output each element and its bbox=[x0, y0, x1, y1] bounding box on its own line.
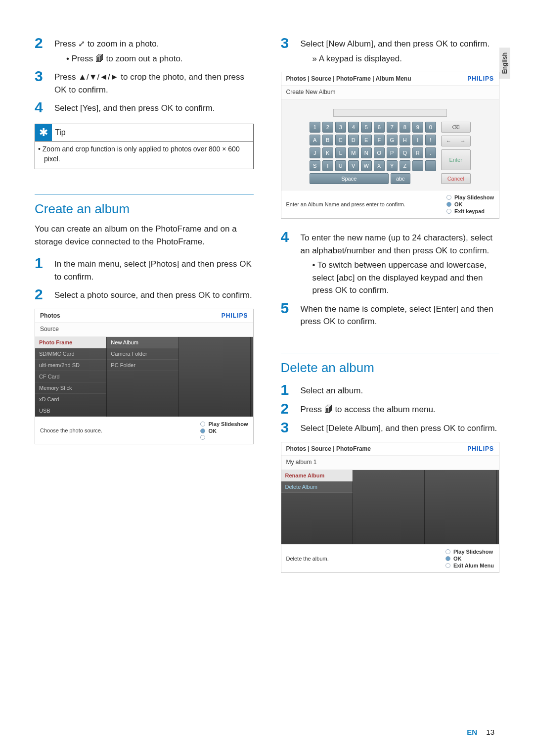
step-3r: 3 Select [New Album], and then press OK … bbox=[281, 35, 500, 65]
step-number: 3 bbox=[281, 419, 301, 435]
shot-col-empty bbox=[425, 470, 496, 544]
step-5r: 5 When the name is complete, select [Ent… bbox=[281, 300, 500, 328]
shot-col-empty bbox=[179, 337, 251, 417]
step-sub-bullet: Press 🗐 to zoom out a photo. bbox=[66, 52, 183, 65]
shot-col-actions: Rename Album Delete Album bbox=[281, 470, 353, 544]
arrow-keys: ← → bbox=[441, 136, 471, 146]
step-number: 3 bbox=[281, 35, 301, 65]
step-number: 2 bbox=[35, 35, 54, 65]
keypad-key: E bbox=[361, 135, 372, 145]
shot-breadcrumb: Photos | Source | PhotoFrame | Album Men… bbox=[286, 75, 411, 82]
list-item: Camera Folder bbox=[107, 348, 178, 360]
keypad-key: 0 bbox=[425, 122, 436, 133]
keypad-key: O bbox=[374, 147, 385, 158]
keypad-key: X bbox=[374, 160, 385, 171]
tip-box: ✱ Tip Zoom and crop function is only app… bbox=[35, 124, 254, 169]
keypad-key: 9 bbox=[412, 122, 423, 133]
step-2b: 2 Select a photo source, and then press … bbox=[35, 286, 254, 302]
keypad-key: K bbox=[322, 147, 333, 158]
shot-hint: Choose the photo source. bbox=[40, 427, 102, 433]
list-item: ulti-mem/2nd SD bbox=[35, 360, 106, 371]
tip-label: Tip bbox=[55, 128, 66, 137]
keypad-key: 5 bbox=[361, 122, 372, 133]
step-number: 1 bbox=[281, 381, 301, 397]
screenshot-delete-album: Photos | Source | PhotoFrame PHILIPS My … bbox=[281, 442, 500, 573]
list-item: Memory Stick bbox=[35, 382, 106, 394]
shot-col-sources: Photo Frame SD/MMC Card ulti-mem/2nd SD … bbox=[35, 337, 107, 417]
list-item: Photo Frame bbox=[35, 337, 106, 348]
keypad-key: U bbox=[335, 160, 346, 171]
screenshot-source-menu: Photos PHILIPS Source Photo Frame SD/MMC… bbox=[35, 309, 254, 444]
shot-breadcrumb: Photos bbox=[40, 312, 60, 319]
step-1c: 1 Select an album. bbox=[281, 381, 500, 397]
step-number: 4 bbox=[35, 99, 54, 115]
keypad-key: D bbox=[348, 135, 359, 145]
step-sub-arrow: A keypad is displayed. bbox=[301, 52, 490, 65]
keypad-key: ! bbox=[425, 135, 436, 145]
step-body: Press ⤢ to zoom in a photo. Press 🗐 to z… bbox=[54, 35, 183, 65]
keypad-key: L bbox=[335, 147, 346, 158]
shot-hint: Delete the album. bbox=[286, 556, 329, 562]
enter-key: Enter bbox=[441, 149, 471, 170]
tip-star-icon: ✱ bbox=[35, 124, 52, 141]
keypad-key: I bbox=[412, 135, 423, 145]
list-item: New Album bbox=[107, 337, 178, 348]
keypad-key: Y bbox=[387, 160, 398, 171]
keypad-key: 6 bbox=[374, 122, 385, 133]
shot-controls: Play Slideshow OK Exit keypad bbox=[446, 194, 494, 214]
space-key: Space bbox=[310, 173, 389, 184]
keypad-key: 4 bbox=[348, 122, 359, 133]
list-item: xD Card bbox=[35, 394, 106, 405]
keypad-key bbox=[425, 160, 436, 171]
list-item: CF Card bbox=[35, 371, 106, 382]
step-body: When the name is complete, select [Enter… bbox=[301, 300, 500, 328]
backspace-key: ⌫ bbox=[441, 122, 471, 133]
step-4: 4 Select [Yes], and then press OK to con… bbox=[35, 99, 254, 115]
keypad-key: S bbox=[310, 160, 320, 171]
shot-col-empty bbox=[353, 470, 425, 544]
shot-subtitle: Source bbox=[35, 322, 253, 337]
keypad-key: 2 bbox=[322, 122, 333, 133]
step-body: Press 🗐 to access the album menu. bbox=[301, 400, 436, 416]
ctrl-label: OK bbox=[454, 201, 463, 207]
step-number: 2 bbox=[281, 400, 301, 416]
right-column: 3 Select [New Album], and then press OK … bbox=[281, 35, 500, 583]
keypad-key: . bbox=[425, 147, 436, 158]
step-number: 2 bbox=[35, 286, 54, 302]
step-number: 1 bbox=[35, 255, 54, 283]
abc-key: abc bbox=[391, 173, 410, 184]
step-body: Select [New Album], and then press OK to… bbox=[301, 35, 490, 65]
ctrl-label: OK bbox=[208, 428, 217, 434]
step-number: 4 bbox=[281, 229, 301, 297]
keypad-key: Z bbox=[400, 160, 410, 171]
keypad-key: M bbox=[348, 147, 359, 158]
shot-controls: Play Slideshow OK bbox=[200, 421, 248, 440]
shot-breadcrumb: Photos | Source | PhotoFrame bbox=[286, 445, 371, 452]
shot-controls: Play Slideshow OK Exit Alum Menu bbox=[445, 549, 494, 568]
keypad-key: 3 bbox=[335, 122, 346, 133]
keypad-key: 1 bbox=[310, 122, 320, 133]
keypad-key: W bbox=[361, 160, 372, 171]
keypad-key: 8 bbox=[400, 122, 410, 133]
step-4r: 4 To enter the new name (up to 24 charac… bbox=[281, 229, 500, 297]
keypad-key: Q bbox=[400, 147, 410, 158]
ctrl-label: Play Slideshow bbox=[454, 194, 494, 200]
keypad-key: R bbox=[412, 147, 423, 158]
arrow-right-icon: → bbox=[456, 138, 470, 144]
arrow-left-icon: ← bbox=[442, 138, 456, 144]
keypad-key: G bbox=[387, 135, 398, 145]
tip-body: Zoom and crop function is only applied t… bbox=[35, 141, 253, 169]
language-tab: English bbox=[499, 47, 510, 79]
keypad-key: N bbox=[361, 147, 372, 158]
screenshot-keypad: Photos | Source | PhotoFrame | Album Men… bbox=[281, 72, 500, 219]
cancel-key: Cancel bbox=[441, 173, 471, 184]
list-item: Delete Album bbox=[281, 481, 353, 493]
keypad-grid: 1234567890ABCDEFGHI!JKLMNOPQR.STUVWXYZ S… bbox=[310, 122, 436, 184]
keypad-key: H bbox=[400, 135, 410, 145]
step-3c: 3 Select [Delete Album], and then press … bbox=[281, 419, 500, 435]
keypad-key: B bbox=[322, 135, 333, 145]
page-footer: EN 13 bbox=[467, 728, 494, 736]
footer-page-number: 13 bbox=[486, 728, 494, 736]
list-item: SD/MMC Card bbox=[35, 348, 106, 360]
shot-col-albums: New Album Camera Folder PC Folder bbox=[107, 337, 178, 417]
